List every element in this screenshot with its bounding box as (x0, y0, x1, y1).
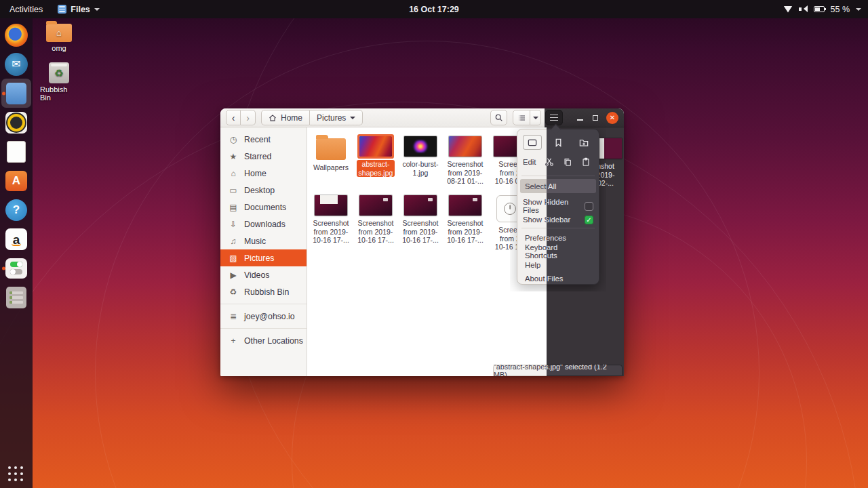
sidebar-item-downloads[interactable]: ⇩Downloads (220, 216, 307, 232)
file-label: Screenshot from 2019- 10-16 17-... (402, 219, 439, 245)
file-item[interactable]: Screenshot from 2019- 10-16 17-... (443, 195, 488, 251)
maximize-icon (593, 115, 598, 121)
notes-icon (6, 287, 26, 308)
file-thumbnail (449, 195, 481, 216)
sidebar-item-label: Rubbish Bin (244, 287, 289, 297)
dock-item-writer[interactable] (1, 137, 31, 166)
sidebar-item-rubbish-bin[interactable]: ♻Rubbish Bin (220, 283, 307, 300)
trash-icon: ♻ (49, 62, 69, 83)
file-label: Screenshot from 2019- 10-16 17-... (447, 219, 484, 245)
search-icon (494, 113, 503, 122)
downloads-icon: ⇩ (229, 220, 238, 229)
sidebar-item-music[interactable]: ♫Music (220, 232, 307, 249)
plus-icon: + (229, 336, 238, 346)
server-icon: ≣ (229, 312, 238, 321)
dock-item-rhythmbox[interactable] (1, 108, 31, 137)
activities-button[interactable]: Activities (7, 3, 45, 16)
desktop-icon-omg[interactable]: ⌂omg (40, 20, 78, 52)
show-applications-button[interactable] (8, 466, 24, 483)
sidebar-item-label: joey@ohso.io (244, 312, 295, 321)
writer-icon (7, 141, 26, 163)
headerbar-light: ‹ › Home Pictures (220, 108, 545, 127)
home-icon (269, 114, 277, 122)
sidebar-item-other-locations[interactable]: +Other Locations (220, 332, 307, 349)
headerbar: ‹ › Home Pictures (220, 108, 624, 127)
view-options-button[interactable] (530, 110, 541, 125)
minimize-icon (577, 119, 583, 121)
system-tray[interactable]: 55 % (784, 5, 868, 14)
close-button[interactable]: ✕ (606, 112, 618, 124)
file-thumbnail (359, 136, 392, 157)
file-item[interactable]: abstract- shapes.jpg (353, 136, 398, 186)
sidebar-item-starred[interactable]: ★Starred (220, 148, 307, 165)
sidebar-item-home[interactable]: ⌂Home (220, 165, 307, 182)
maximize-button[interactable] (591, 113, 600, 123)
checkbox-unchecked-icon[interactable] (585, 202, 593, 211)
new-folder-button[interactable] (574, 135, 593, 150)
file-row: Screenshot from 2019- 10-16 17-...Screen… (309, 195, 532, 251)
desktop-icon-rubbish-bin[interactable]: ♻Rubbish Bin (40, 62, 78, 102)
sidebar-item-label: Starred (244, 152, 271, 161)
menu-button[interactable] (545, 110, 563, 125)
sidebar-item-joey-ohso-io[interactable]: ≣joey@ohso.io (220, 308, 307, 325)
path-home-button[interactable]: Home (261, 110, 310, 125)
file-item[interactable]: Wallpapers (309, 136, 353, 186)
documents-icon: ▤ (229, 203, 238, 212)
list-view-icon (517, 114, 526, 122)
rhythmbox-icon (5, 112, 27, 134)
chevron-down-icon (856, 8, 861, 11)
path-pictures-button[interactable]: Pictures (310, 110, 363, 125)
file-label: Screenshot from 2019- 10-16 17-... (313, 219, 349, 245)
minimize-button[interactable] (575, 113, 585, 123)
home-icon: ⌂ (229, 169, 238, 178)
file-item[interactable]: color-burst- 1.jpg (398, 136, 443, 186)
paste-button[interactable] (578, 155, 593, 169)
dock-item-files[interactable] (1, 79, 31, 108)
dock-item-notes[interactable] (1, 283, 31, 312)
amazon-icon: a (5, 228, 27, 250)
view-list-button[interactable] (513, 110, 530, 125)
wifi-icon (784, 6, 793, 13)
sidebar-item-label: Other Locations (244, 336, 303, 346)
battery-percent: 55 % (831, 5, 850, 14)
path-pictures-label: Pictures (317, 113, 346, 123)
dock-item-amazon[interactable]: a (1, 224, 31, 253)
new-tab-icon (553, 138, 564, 148)
file-item[interactable]: Screenshot from 2019- 10-16 17-... (309, 195, 353, 251)
files-icon (6, 83, 26, 104)
clock[interactable]: 16 Oct 17:29 (0, 5, 868, 14)
sidebar-item-documents[interactable]: ▤Documents (220, 199, 307, 216)
file-item[interactable]: Screenshot from 2019- 10-16 17-... (398, 195, 443, 251)
copy-button[interactable] (560, 155, 575, 169)
pictures-icon: ▧ (229, 253, 238, 263)
app-menu[interactable]: Files (58, 5, 100, 14)
sidebar-item-videos[interactable]: ▶Videos (220, 266, 307, 283)
sidebar-item-pictures[interactable]: ▧Pictures (220, 249, 307, 266)
file-item[interactable]: Screenshot from 2019- 08-21 01-... (443, 136, 488, 186)
battery-icon (814, 6, 825, 12)
sidebar-item-recent[interactable]: ◷Recent (220, 131, 307, 148)
back-button[interactable]: ‹ (226, 110, 241, 125)
desktop-icon: ▭ (229, 186, 238, 195)
new-window-icon (527, 138, 538, 148)
search-button[interactable] (490, 110, 507, 125)
file-thumbnail (315, 195, 347, 216)
music-icon: ♫ (229, 237, 238, 246)
dock-item-firefox[interactable] (1, 20, 31, 49)
file-label: abstract- shapes.jpg (357, 160, 395, 177)
sidebar-item-desktop[interactable]: ▭Desktop (220, 182, 307, 199)
path-bar: Home Pictures (261, 110, 363, 125)
desktop-icon-label: omg (52, 44, 66, 52)
file-item[interactable]: Screenshot from 2019- 10-16 17-... (353, 195, 398, 251)
file-label: Screenshot from 2019- 08-21 01-... (447, 160, 484, 186)
dock-item-help[interactable]: ? (1, 195, 31, 224)
file-row: Wallpapersabstract- shapes.jpgcolor-burs… (309, 136, 532, 186)
dock: ✉A?a (0, 18, 33, 488)
new-tab-button[interactable] (549, 135, 568, 150)
dock-item-settings[interactable] (1, 253, 31, 283)
dock-item-software[interactable]: A (1, 166, 31, 195)
dock-item-thunderbird[interactable]: ✉ (1, 49, 31, 79)
new-window-button[interactable] (523, 135, 542, 150)
checkbox-checked-icon[interactable]: ✓ (585, 216, 593, 224)
forward-button[interactable]: › (241, 110, 256, 125)
